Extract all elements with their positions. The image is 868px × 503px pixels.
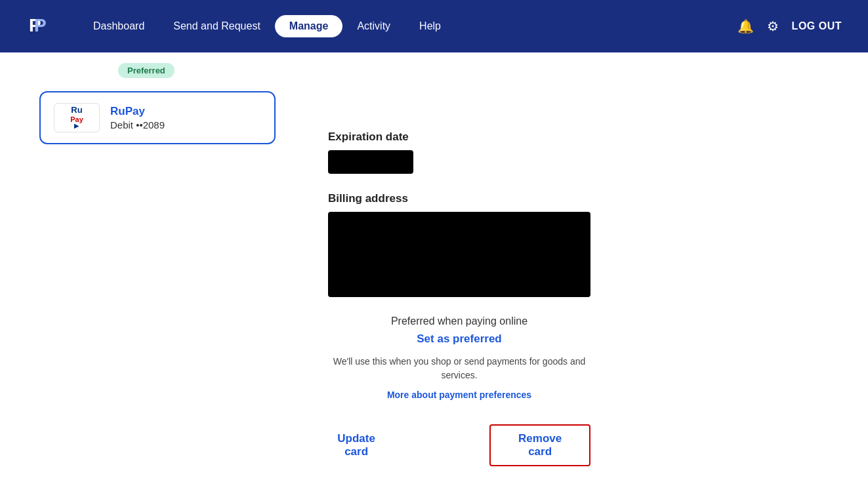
nav-dashboard[interactable]: Dashboard [79, 15, 159, 37]
preferred-badge: Preferred [118, 63, 175, 78]
nav-right: 🔔 ⚙ LOG OUT [737, 18, 842, 34]
expiry-value-redacted [328, 150, 413, 174]
card-info: RuPay Debit ••2089 [110, 105, 165, 131]
nav-manage[interactable]: Manage [275, 15, 343, 37]
card-list: Ru Pay ▶ RuPay Debit ••2089 [39, 91, 276, 466]
nav-help[interactable]: Help [405, 15, 455, 37]
remove-card-button[interactable]: Remove card [489, 424, 590, 466]
action-buttons: Update card Remove card [328, 424, 590, 466]
nav-activity[interactable]: Activity [342, 15, 405, 37]
billing-address-redacted [328, 212, 590, 297]
logout-button[interactable]: LOG OUT [792, 20, 842, 32]
card-sub: Debit ••2089 [110, 119, 165, 131]
nav-links: Dashboard Send and Request Manage Activi… [79, 15, 737, 37]
svg-text:P: P [34, 15, 47, 35]
payment-prefs-link[interactable]: More about payment preferences [387, 390, 531, 400]
nav-send-request[interactable]: Send and Request [159, 15, 275, 37]
card-details: Expiration date Billing address Preferre… [328, 91, 829, 466]
billing-label: Billing address [328, 192, 829, 205]
expiry-label: Expiration date [328, 131, 829, 144]
update-card-button[interactable]: Update card [328, 424, 384, 466]
prefer-desc: We'll use this when you shop or send pay… [328, 355, 590, 382]
rupay-card-item[interactable]: Ru Pay ▶ RuPay Debit ••2089 [39, 91, 276, 144]
paypal-logo[interactable]: P P [26, 13, 52, 39]
bell-icon[interactable]: 🔔 [737, 18, 754, 34]
gear-icon[interactable]: ⚙ [767, 18, 779, 34]
main-content: Ru Pay ▶ RuPay Debit ••2089 Expiration d… [0, 91, 868, 466]
set-preferred-link[interactable]: Set as preferred [328, 332, 590, 346]
navbar: P P Dashboard Send and Request Manage Ac… [0, 0, 868, 52]
card-name: RuPay [110, 105, 165, 118]
prefer-section: Preferred when paying online Set as pref… [328, 315, 590, 401]
rupay-logo: Ru Pay ▶ [54, 103, 100, 132]
prefer-title: Preferred when paying online [328, 315, 590, 327]
